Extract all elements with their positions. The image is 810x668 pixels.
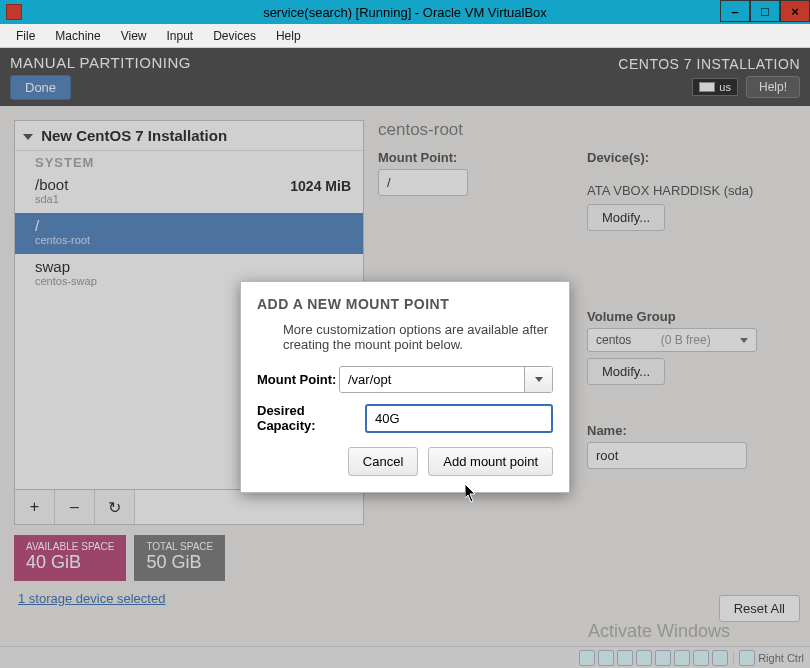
- reset-all-button[interactable]: Reset All: [719, 595, 800, 622]
- total-value: 50 GiB: [146, 552, 213, 573]
- status-icon[interactable]: [655, 650, 671, 666]
- mount-point-label: Mount Point:: [378, 150, 587, 165]
- windows-watermark: Activate Windows: [588, 621, 730, 642]
- help-button[interactable]: Help!: [746, 76, 800, 98]
- vm-status-bar: Right Ctrl: [0, 646, 810, 668]
- add-mount-point-button[interactable]: Add mount point: [428, 447, 553, 476]
- available-label: AVAILABLE SPACE: [26, 541, 114, 552]
- window-titlebar: service(search) [Running] - Oracle VM Vi…: [0, 0, 810, 24]
- status-icon[interactable]: [693, 650, 709, 666]
- window-title: service(search) [Running] - Oracle VM Vi…: [0, 5, 810, 20]
- mount-point: swap: [35, 258, 343, 275]
- modal-capacity-label: Desired Capacity:: [257, 403, 365, 433]
- status-icon[interactable]: [636, 650, 652, 666]
- available-space: AVAILABLE SPACE 40 GiB: [14, 535, 126, 581]
- vg-name: centos: [596, 333, 631, 347]
- desired-capacity-input[interactable]: [365, 404, 553, 433]
- partition-buttons: + – ↻: [15, 489, 363, 524]
- menu-help[interactable]: Help: [266, 29, 311, 43]
- volume-group-label: Volume Group: [587, 309, 796, 324]
- reload-button[interactable]: ↻: [95, 490, 135, 524]
- status-icon[interactable]: [674, 650, 690, 666]
- available-value: 40 GiB: [26, 552, 114, 573]
- tree-header[interactable]: New CentOS 7 Installation: [15, 121, 363, 151]
- devices-label: Device(s):: [587, 150, 796, 165]
- device-text: ATA VBOX HARDDISK (sda): [587, 183, 796, 198]
- device-name: centos-root: [35, 234, 343, 246]
- selected-partition-title: centos-root: [378, 120, 796, 140]
- total-label: TOTAL SPACE: [146, 541, 213, 552]
- partition-row-root[interactable]: / centos-root: [15, 213, 363, 254]
- volume-group-select[interactable]: centos (0 B free): [587, 328, 757, 352]
- menu-devices[interactable]: Devices: [203, 29, 266, 43]
- vg-free: (0 B free): [661, 333, 711, 347]
- combo-dropdown-button[interactable]: [524, 367, 552, 392]
- menu-input[interactable]: Input: [157, 29, 204, 43]
- modify-vg-button[interactable]: Modify...: [587, 358, 665, 385]
- minimize-button[interactable]: –: [720, 0, 750, 22]
- mount-point-field[interactable]: [340, 367, 524, 392]
- menu-file[interactable]: File: [6, 29, 45, 43]
- status-icon[interactable]: [712, 650, 728, 666]
- keyboard-icon: [699, 82, 715, 92]
- window-controls: – □ ×: [720, 0, 810, 22]
- modify-device-button[interactable]: Modify...: [587, 204, 665, 231]
- add-mount-point-dialog: ADD A NEW MOUNT POINT More customization…: [240, 281, 570, 493]
- status-icon[interactable]: [579, 650, 595, 666]
- chevron-down-icon: [740, 338, 748, 343]
- storage-devices-link[interactable]: 1 storage device selected: [14, 591, 364, 606]
- maximize-button[interactable]: □: [750, 0, 780, 22]
- menu-view[interactable]: View: [111, 29, 157, 43]
- space-summary: AVAILABLE SPACE 40 GiB TOTAL SPACE 50 Gi…: [14, 535, 364, 581]
- status-icon[interactable]: [598, 650, 614, 666]
- menu-machine[interactable]: Machine: [45, 29, 110, 43]
- chevron-down-icon: [535, 377, 543, 382]
- keyboard-indicator[interactable]: us: [692, 78, 738, 96]
- close-button[interactable]: ×: [780, 0, 810, 22]
- device-name: sda1: [35, 193, 343, 205]
- done-button[interactable]: Done: [10, 75, 71, 100]
- hostkey-label: Right Ctrl: [758, 652, 804, 664]
- keyboard-layout: us: [719, 81, 731, 93]
- name-input[interactable]: [587, 442, 747, 469]
- menu-bar: File Machine View Input Devices Help: [0, 24, 810, 48]
- caret-down-icon: [23, 134, 33, 140]
- modal-mount-label: Mount Point:: [257, 372, 339, 387]
- remove-partition-button[interactable]: –: [55, 490, 95, 524]
- system-section: SYSTEM: [15, 151, 363, 172]
- mount-point: /: [35, 217, 343, 234]
- total-space: TOTAL SPACE 50 GiB: [134, 535, 225, 581]
- add-partition-button[interactable]: +: [15, 490, 55, 524]
- installer-header: MANUAL PARTITIONING Done CENTOS 7 INSTAL…: [0, 48, 810, 106]
- mount-point-combo[interactable]: [339, 366, 553, 393]
- hostkey-icon[interactable]: [739, 650, 755, 666]
- mount-point-input[interactable]: [378, 169, 468, 196]
- tree-title: New CentOS 7 Installation: [41, 127, 227, 144]
- cancel-button[interactable]: Cancel: [348, 447, 418, 476]
- partition-size: 1024 MiB: [290, 178, 351, 194]
- page-title: MANUAL PARTITIONING: [10, 54, 191, 71]
- status-icon[interactable]: [617, 650, 633, 666]
- dialog-description: More customization options are available…: [283, 322, 553, 352]
- dialog-title: ADD A NEW MOUNT POINT: [257, 296, 553, 312]
- install-label: CENTOS 7 INSTALLATION: [618, 56, 800, 72]
- partition-row-boot[interactable]: /boot sda1 1024 MiB: [15, 172, 363, 213]
- installer-pane: MANUAL PARTITIONING Done CENTOS 7 INSTAL…: [0, 48, 810, 668]
- name-label: Name:: [587, 423, 796, 438]
